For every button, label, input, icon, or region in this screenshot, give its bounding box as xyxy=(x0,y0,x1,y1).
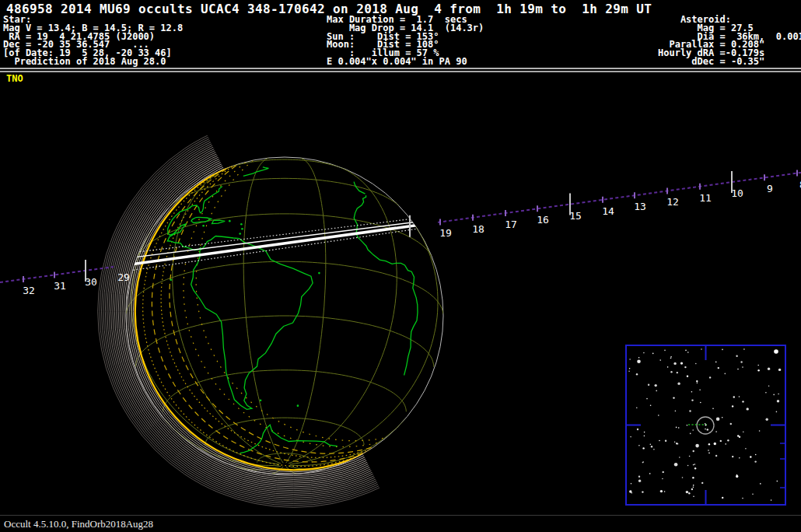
hour-label: 29 xyxy=(117,271,130,283)
target-star xyxy=(705,425,707,426)
hour-label: 12 xyxy=(666,196,679,208)
hour-label: 17 xyxy=(505,219,517,230)
asteroid-info-block: Asteroid: Mag = 27.5 Dia = 36km, 0.001" … xyxy=(658,16,801,66)
hour-label: 32 xyxy=(23,285,35,296)
finder-chart[interactable] xyxy=(626,345,785,505)
event-info-block: Max Duration = 1.7 secs Mag Drop = 14.1 … xyxy=(327,16,484,66)
hour-label: 14 xyxy=(602,205,614,217)
coastlines xyxy=(167,167,418,453)
hour-label: 11 xyxy=(699,192,712,204)
hour-label: 19 xyxy=(439,227,452,239)
terminator-line xyxy=(135,152,453,470)
hour-label: 30 xyxy=(85,276,97,288)
hour-label: 18 xyxy=(472,223,484,235)
hour-label: 9 xyxy=(767,183,773,194)
hour-label: 10 xyxy=(731,187,743,199)
bright-star xyxy=(774,349,778,354)
star-info-block: Star: Mag V = 13.4; B = 14.5; R = 12.8 R… xyxy=(3,16,183,66)
header-separator xyxy=(0,68,801,72)
hour-label: 16 xyxy=(537,214,549,226)
occultation-map[interactable]: 323130291918171615141312111098 xyxy=(0,0,801,532)
hour-label: 15 xyxy=(569,210,582,222)
category-label: TNO xyxy=(6,73,23,84)
hour-label: 13 xyxy=(634,201,646,212)
hour-label: 31 xyxy=(54,280,66,292)
header: 486958 2014 MU69 occults UCAC4 348-17064… xyxy=(0,0,801,68)
twilight-lines xyxy=(143,124,514,467)
status-bar: Occult 4.5.10.0, FindOrb2018Aug28 xyxy=(0,515,801,532)
version-text: Occult 4.5.10.0, FindOrb2018Aug28 xyxy=(4,518,153,530)
daylight-shading xyxy=(98,115,490,507)
occult-app-window: 323130291918171615141312111098 486958 20… xyxy=(0,0,801,532)
